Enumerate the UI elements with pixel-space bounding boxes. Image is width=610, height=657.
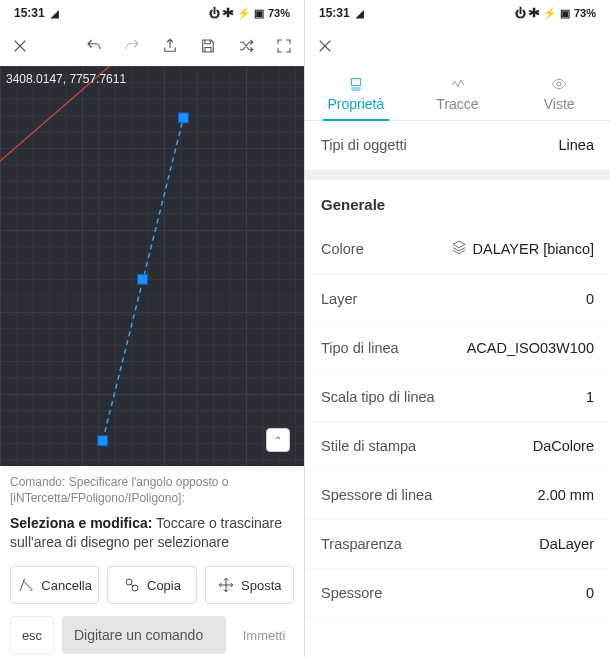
esc-button[interactable]: esc [10,616,54,654]
move-label: Sposta [241,578,281,593]
top-toolbar [0,26,304,66]
drawing-canvas[interactable]: 3408.0147, 7757.7611 ⌃ [0,66,304,466]
signal-icon: ◢ [51,8,59,19]
status-time: 15:31 [14,6,45,20]
share-icon[interactable] [160,36,180,56]
section-general: Generale [305,180,610,223]
svg-rect-2 [351,79,360,86]
coordinates-readout: 3408.0147, 7757.7611 [6,72,126,86]
endpoint-grip-bottom[interactable] [98,436,108,446]
fullscreen-icon[interactable] [274,36,294,56]
collapse-button[interactable]: ⌃ [266,428,290,452]
save-icon[interactable] [198,36,218,56]
layers-icon [451,239,467,258]
prop-object-types[interactable]: Tipi di oggetti Linea [305,121,610,170]
prop-plotstyle[interactable]: Stile di stampa DaColore [305,422,610,471]
panel-toolbar [305,26,610,66]
close-icon[interactable] [10,36,30,56]
status-icons-right: ⏻ ✱ ⚡ ▣ [209,7,264,20]
properties-list: Tipi di oggetti Linea Generale Colore DA… [305,121,610,618]
close-panel-icon[interactable] [315,36,335,56]
prop-thickness[interactable]: Spessore 0 [305,569,610,618]
tab-views[interactable]: Viste [508,66,610,120]
status-battery-r: 73% [574,7,596,19]
redo-icon[interactable] [122,36,142,56]
move-button[interactable]: Sposta [205,566,294,604]
section-gap [305,170,610,180]
copy-label: Copia [147,578,181,593]
undo-icon[interactable] [84,36,104,56]
tab-traces[interactable]: Tracce [407,66,509,120]
prop-transparency[interactable]: Trasparenza DaLayer [305,520,610,569]
status-battery: 73% [268,7,290,19]
delete-label: Cancella [41,578,92,593]
status-bar: 15:31 ◢ ⏻ ✱ ⚡ ▣ 73% [0,0,304,26]
prop-layer[interactable]: Layer 0 [305,275,610,324]
canvas-svg [0,66,304,465]
panel-tabs: Proprietà Tracce Viste [305,66,610,121]
midpoint-grip[interactable] [138,274,148,284]
svg-point-3 [557,82,561,86]
prop-ltscale[interactable]: Scala tipo di linea 1 [305,373,610,422]
command-input[interactable]: Digitare un comando [62,616,226,654]
prop-linetype[interactable]: Tipo di linea ACAD_ISO03W100 [305,324,610,373]
tab-properties[interactable]: Proprietà [305,66,407,120]
signal-icon-r: ◢ [356,8,364,19]
status-icons-right-r: ⏻ ✱ ⚡ ▣ [515,7,570,20]
enter-button[interactable]: Immetti [234,616,294,654]
endpoint-grip-top[interactable] [178,113,188,123]
status-time-r: 15:31 [319,6,350,20]
prop-lineweight[interactable]: Spessore di linea 2.00 mm [305,471,610,520]
shuffle-icon[interactable] [236,36,256,56]
command-history: Comando: Specificare l'angolo opposto o … [10,474,294,506]
command-prompt: Seleziona e modifica: Toccare o trascina… [10,514,294,552]
status-bar-right: 15:31 ◢ ⏻ ✱ ⚡ ▣ 73% [305,0,610,26]
svg-point-0 [126,579,132,585]
copy-button[interactable]: Copia [107,566,196,604]
delete-button[interactable]: Cancella [10,566,99,604]
prompt-title: Seleziona e modifica: [10,515,152,531]
prop-color[interactable]: Colore DALAYER [bianco] [305,223,610,275]
